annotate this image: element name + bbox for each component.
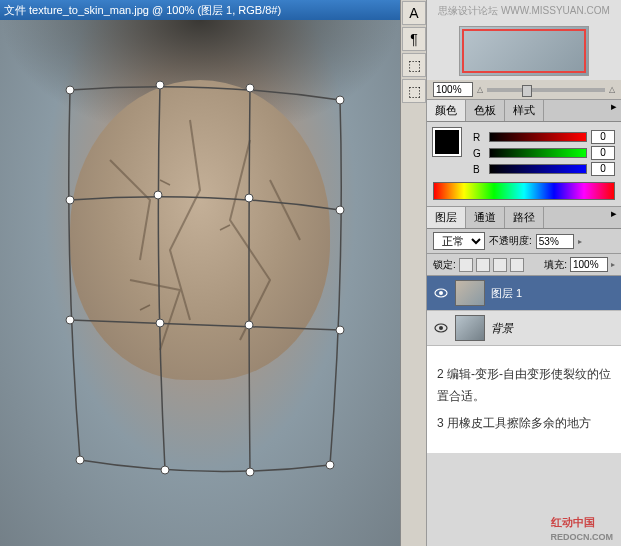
r-value-input[interactable]: 0: [591, 130, 615, 144]
blend-mode-select[interactable]: 正常: [433, 232, 485, 250]
tab-channels[interactable]: 通道: [466, 207, 505, 228]
document-title-bar: 文件 texture_to_skin_man.jpg @ 100% (图层 1,…: [0, 0, 400, 20]
r-slider[interactable]: [489, 132, 587, 142]
tab-styles[interactable]: 样式: [505, 100, 544, 121]
layer-name: 图层 1: [491, 286, 522, 301]
crack-texture: [70, 80, 330, 380]
instruction-step: 3 用橡皮工具擦除多余的地方: [437, 413, 611, 435]
layer-item[interactable]: 图层 1: [427, 276, 621, 311]
face-texture-area: [70, 80, 330, 380]
watermark-sub: REDOCN.COM: [551, 532, 614, 542]
lock-all-icon[interactable]: [510, 258, 524, 272]
right-panel: 思缘设计论坛 WWW.MISSYUAN.COM 100% △ △ 颜色 色板 样…: [426, 0, 621, 546]
instruction-step: 2 编辑-变形-自由变形使裂纹的位置合适。: [437, 364, 611, 407]
watermark-top: 思缘设计论坛 WWW.MISSYUAN.COM: [427, 0, 621, 22]
b-value-input[interactable]: 0: [591, 162, 615, 176]
zoom-slider[interactable]: [487, 88, 605, 92]
panel-menu-icon[interactable]: ▸: [607, 100, 621, 121]
instructions-text: 2 编辑-变形-自由变形使裂纹的位置合适。 3 用橡皮工具擦除多余的地方: [427, 346, 621, 453]
canvas-area: 文件 texture_to_skin_man.jpg @ 100% (图层 1,…: [0, 0, 400, 546]
fill-dropdown-icon[interactable]: ▸: [611, 260, 615, 269]
visibility-eye-icon[interactable]: [433, 321, 449, 335]
tab-layers[interactable]: 图层: [427, 207, 466, 228]
foreground-color-swatch[interactable]: [433, 128, 461, 156]
tab-swatches[interactable]: 色板: [466, 100, 505, 121]
lock-label: 锁定:: [433, 258, 456, 272]
g-label: G: [473, 148, 485, 159]
vertical-toolbar: A ¶ ⬚ ⬚: [400, 0, 426, 546]
watermark-main: 红动中国: [551, 516, 595, 528]
opacity-label: 不透明度:: [489, 234, 532, 248]
opacity-dropdown-icon[interactable]: ▸: [578, 237, 582, 246]
navigator-thumbnail[interactable]: [459, 26, 589, 76]
document-title: 文件 texture_to_skin_man.jpg @ 100% (图层 1,…: [4, 3, 281, 18]
lock-pixels-icon[interactable]: [476, 258, 490, 272]
tab-color[interactable]: 颜色: [427, 100, 466, 121]
lock-transparency-icon[interactable]: [459, 258, 473, 272]
zoom-in-icon[interactable]: △: [609, 85, 615, 94]
g-slider[interactable]: [489, 148, 587, 158]
shape-tool-icon[interactable]: ⬚: [402, 53, 426, 77]
layers-panel-menu-icon[interactable]: ▸: [607, 207, 621, 228]
spectrum-picker[interactable]: [433, 182, 615, 200]
layers-panel-tabs: 图层 通道 路径 ▸: [427, 207, 621, 229]
rect-tool-icon[interactable]: ⬚: [402, 79, 426, 103]
color-panel: R 0 G 0 B 0: [427, 122, 621, 207]
svg-point-19: [439, 326, 443, 330]
g-value-input[interactable]: 0: [591, 146, 615, 160]
b-slider[interactable]: [489, 164, 587, 174]
type-tool-icon[interactable]: A: [402, 1, 426, 25]
r-label: R: [473, 132, 485, 143]
visibility-eye-icon[interactable]: [433, 286, 449, 300]
b-label: B: [473, 164, 485, 175]
canvas-content[interactable]: [0, 20, 400, 546]
layer-item[interactable]: 背景: [427, 311, 621, 346]
color-panel-tabs: 颜色 色板 样式 ▸: [427, 100, 621, 122]
image-background: [0, 20, 400, 546]
paragraph-tool-icon[interactable]: ¶: [402, 27, 426, 51]
zoom-bar: 100% △ △: [427, 80, 621, 100]
watermark-bottom: 红动中国 REDOCN.COM: [551, 515, 614, 542]
layer-thumbnail: [455, 280, 485, 306]
zoom-value-input[interactable]: 100%: [433, 82, 473, 97]
zoom-out-icon[interactable]: △: [477, 85, 483, 94]
layers-panel: 正常 不透明度: 53% ▸ 锁定: 填充: 100% ▸ 图层 1: [427, 229, 621, 546]
fill-label: 填充:: [544, 258, 567, 272]
tab-paths[interactable]: 路径: [505, 207, 544, 228]
layer-thumbnail: [455, 315, 485, 341]
svg-point-17: [439, 291, 443, 295]
layer-name: 背景: [491, 321, 513, 336]
fill-input[interactable]: 100%: [570, 257, 608, 272]
opacity-input[interactable]: 53%: [536, 234, 574, 249]
lock-position-icon[interactable]: [493, 258, 507, 272]
